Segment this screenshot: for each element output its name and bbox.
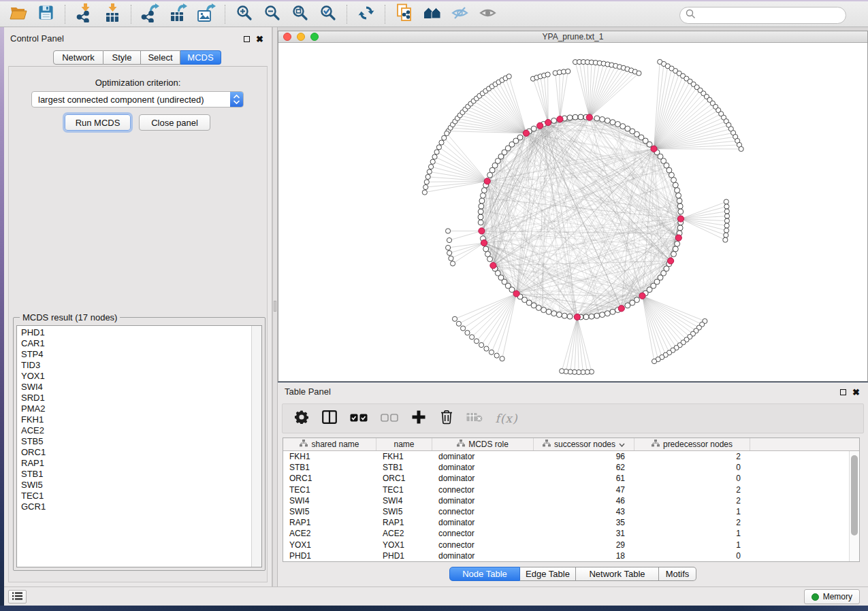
network-hub-node[interactable] [545,119,551,125]
optimization-criterion-select[interactable]: largest connected component (undirected) [31,91,244,108]
network-leaf-node[interactable] [436,145,441,150]
table-cell[interactable]: SWI5 [283,507,376,516]
network-leaf-node[interactable] [724,233,728,237]
network-node[interactable] [551,118,557,123]
network-node[interactable] [583,314,589,320]
mcds-result-item[interactable]: TEC1 [17,491,251,501]
network-leaf-node[interactable] [447,237,451,242]
apply-layout-button[interactable] [352,3,380,26]
mcds-result-item[interactable]: GCR1 [17,501,251,512]
table-cell[interactable]: 1 [634,507,750,516]
mcds-result-item[interactable]: SWI5 [17,480,251,491]
network-node[interactable] [485,251,490,257]
tab-network-table[interactable]: Network Table [576,567,659,581]
network-node[interactable] [478,209,483,214]
network-node[interactable] [567,115,573,120]
mcds-result-item[interactable]: PHD1 [17,327,251,338]
network-hub-node[interactable] [513,291,519,297]
network-node[interactable] [551,311,557,316]
table-cell[interactable]: STB1 [283,463,376,472]
column-header-MCDS-role[interactable]: MCDS role [432,438,534,450]
table-cell[interactable]: 29 [534,540,634,550]
network-node[interactable] [677,198,682,203]
network-hub-node[interactable] [481,240,487,246]
open-session-button[interactable] [4,3,32,26]
float-table-panel-button[interactable] [839,388,848,397]
network-node[interactable] [487,257,493,262]
table-cell[interactable]: SWI4 [376,496,432,506]
network-leaf-node[interactable] [479,342,484,347]
network-leaf-node[interactable] [428,164,433,169]
table-cell[interactable]: PHD1 [376,551,432,561]
table-cell[interactable]: 96 [534,452,634,461]
table-cell[interactable]: ACE2 [283,529,376,538]
network-hub-node[interactable] [586,114,592,120]
column-header-predecessor-nodes[interactable]: predecessor nodes [634,438,750,450]
network-node[interactable] [615,121,620,127]
table-cell[interactable]: 1 [634,529,750,538]
zoom-out-button[interactable] [258,3,286,26]
table-cell[interactable]: 46 [534,496,634,506]
network-leaf-node[interactable] [460,326,465,331]
table-cell[interactable]: dominator [432,474,534,483]
table-cell[interactable]: 1 [634,540,750,550]
network-hub-node[interactable] [651,146,657,152]
network-node[interactable] [479,203,484,209]
network-hub-node[interactable] [490,263,496,269]
network-leaf-node[interactable] [430,159,435,164]
table-cell[interactable]: FKH1 [283,452,376,461]
network-leaf-node[interactable] [724,214,729,218]
table-row[interactable]: RAP1RAP1dominator352 [283,517,849,528]
export-network-button[interactable] [136,3,164,26]
network-node[interactable] [546,309,551,314]
network-leaf-node[interactable] [470,335,475,340]
network-node[interactable] [610,309,615,314]
network-node[interactable] [589,314,594,319]
network-leaf-node[interactable] [465,330,470,335]
network-node[interactable] [483,246,489,252]
minimize-window-icon[interactable] [297,33,305,41]
first-neighbors-button[interactable] [418,3,446,26]
network-hub-node[interactable] [618,306,624,312]
select-all-button[interactable] [349,410,368,427]
mcds-result-item[interactable]: STB5 [17,436,251,447]
table-row[interactable]: PHD1PHD1dominator180 [283,550,849,561]
network-leaf-node[interactable] [545,72,550,77]
network-leaf-node[interactable] [724,204,729,209]
table-cell[interactable]: dominator [432,452,534,461]
tab-network[interactable]: Network [53,50,103,65]
table-cell[interactable]: 2 [634,452,750,461]
table-cell[interactable]: 62 [534,463,634,472]
mcds-result-item[interactable]: ACE2 [17,425,251,436]
network-node[interactable] [600,312,605,318]
network-leaf-node[interactable] [450,261,455,266]
table-cell[interactable]: 0 [634,474,750,483]
network-leaf-node[interactable] [724,209,729,214]
close-table-panel-button[interactable]: ✖ [852,388,861,397]
column-header-name[interactable]: name [376,438,432,450]
table-cell[interactable]: TEC1 [376,485,432,495]
table-cell[interactable]: 0 [634,463,750,472]
network-leaf-node[interactable] [423,184,428,189]
table-cell[interactable]: 18 [534,551,634,561]
network-node[interactable] [562,313,567,318]
mcds-result-item[interactable]: YOX1 [17,371,251,382]
network-leaf-node[interactable] [566,69,570,73]
network-node[interactable] [671,178,677,183]
show-all-button[interactable] [474,3,502,26]
network-node[interactable] [610,120,615,125]
table-cell[interactable]: SWI5 [376,507,432,516]
network-node[interactable] [647,142,652,147]
table-cell[interactable]: connector [432,485,534,495]
table-row[interactable]: ORC1ORC1dominator610 [283,473,849,484]
network-leaf-node[interactable] [489,350,494,354]
network-leaf-node[interactable] [447,250,452,255]
network-node[interactable] [481,188,487,193]
network-leaf-node[interactable] [474,339,479,344]
network-leaf-node[interactable] [560,369,564,374]
network-leaf-node[interactable] [449,256,453,261]
network-leaf-node[interactable] [724,218,729,223]
table-row[interactable]: ACE2ACE2connector311 [283,528,849,539]
mcds-result-scrollbar[interactable] [251,326,261,567]
network-node[interactable] [517,135,523,140]
